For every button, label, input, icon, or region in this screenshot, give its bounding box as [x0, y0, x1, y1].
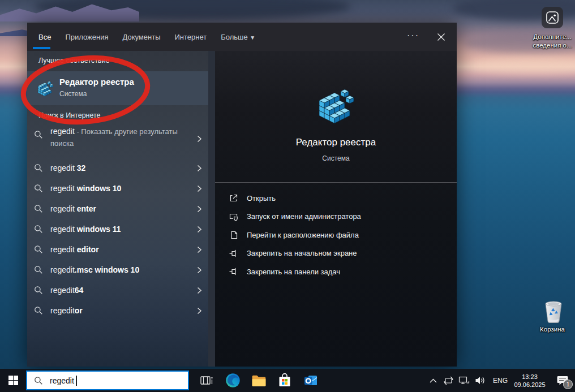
chevron-right-icon	[197, 287, 202, 294]
tab-documents[interactable]: Документы	[122, 33, 160, 41]
search-icon	[34, 376, 43, 385]
text-caret	[76, 376, 77, 386]
action-pin-to-start[interactable]: Закрепить на начальном экране	[229, 244, 444, 263]
tab-all[interactable]: Все	[38, 33, 51, 41]
picture-icon	[545, 10, 560, 25]
action-run-as-admin[interactable]: Запуск от имени администратора	[229, 208, 444, 226]
action-open[interactable]: Открыть	[229, 189, 444, 208]
active-tab-underline	[33, 47, 50, 49]
more-options-button[interactable]: ···	[405, 31, 422, 43]
search-icon	[34, 265, 43, 274]
chevron-right-icon	[197, 246, 202, 253]
file-explorer-icon	[251, 373, 267, 387]
taskbar: ENG 13:23 09.06.2025 1	[0, 369, 575, 392]
windows-logo-icon	[8, 376, 18, 385]
chevron-up-icon	[430, 378, 437, 383]
cast-icon	[443, 376, 454, 386]
chevron-right-icon	[197, 185, 202, 192]
taskbar-search-input[interactable]	[49, 376, 164, 386]
store-icon	[277, 373, 292, 388]
chevron-right-icon	[197, 307, 202, 315]
chevron-right-icon	[197, 135, 202, 143]
network-icon	[458, 376, 470, 385]
search-suggestion[interactable]: regedit.msc windows 10	[27, 260, 210, 280]
task-view-button[interactable]	[194, 369, 220, 392]
edge-icon	[225, 373, 241, 388]
desktop-shortcut-info[interactable]	[542, 7, 563, 28]
search-suggestion[interactable]: regedit 32	[27, 158, 210, 178]
notification-badge: 1	[563, 380, 573, 389]
chevron-right-icon	[197, 205, 202, 213]
search-icon	[34, 204, 43, 213]
search-suggestion[interactable]: regedit - Показать другие результаты пои…	[27, 126, 210, 158]
taskbar-app-outlook[interactable]	[298, 369, 324, 392]
chevron-right-icon	[197, 226, 202, 233]
system-tray: ENG 13:23 09.06.2025 1	[426, 369, 575, 392]
web-search-header: Поиск в Интернете	[38, 111, 101, 119]
search-suggestion[interactable]: regedit windows 11	[27, 219, 210, 239]
best-match-subtitle: Система	[59, 90, 87, 98]
best-match-item[interactable]: Редактор реестра Система	[27, 71, 210, 105]
close-button[interactable]	[433, 29, 449, 44]
tab-apps[interactable]: Приложения	[65, 33, 108, 41]
language-indicator[interactable]: ENG	[489, 369, 512, 392]
search-icon	[34, 163, 43, 173]
action-pin-to-taskbar[interactable]: Закрепить на панели задач	[229, 262, 444, 281]
column-divider	[208, 51, 215, 367]
search-suggestions-list: regedit - Показать другие результаты пои…	[27, 126, 210, 321]
search-suggestion[interactable]: regedit enter	[27, 199, 210, 219]
search-icon	[34, 130, 43, 139]
pin-taskbar-icon	[229, 266, 239, 277]
search-icon	[34, 286, 43, 295]
recycle-bin-label: Корзина	[526, 325, 575, 334]
admin-shield-icon	[229, 212, 239, 222]
start-button[interactable]	[0, 369, 26, 392]
search-icon	[34, 245, 43, 254]
tray-network-button[interactable]	[456, 369, 472, 392]
tray-volume-button[interactable]	[472, 369, 489, 392]
results-column: Лучшее соответствие Редактор реестра Сис…	[27, 51, 210, 367]
search-tabbar: Все Приложения Документы Интернет Больше…	[27, 23, 457, 51]
chevron-down-icon: ▼	[250, 35, 255, 41]
task-view-icon	[200, 374, 213, 387]
taskbar-app-edge[interactable]	[220, 369, 246, 392]
chevron-right-icon	[197, 266, 202, 274]
tray-expand-button[interactable]	[426, 369, 440, 392]
tab-web[interactable]: Интернет	[174, 33, 207, 41]
search-suggestion[interactable]: regedit64	[27, 280, 210, 300]
search-icon	[34, 225, 43, 234]
search-suggestion[interactable]: regeditor	[27, 300, 210, 321]
recycle-bin-icon	[541, 299, 566, 325]
preview-pane: Редактор реестра Система Открыть Зап	[215, 51, 457, 367]
search-icon	[34, 306, 43, 315]
action-open-file-location[interactable]: Перейти к расположению файла	[229, 226, 444, 244]
taskbar-search-box[interactable]	[26, 371, 189, 390]
preview-subtitle: Система	[215, 154, 457, 162]
screen: Дополните... сведения о... Корзина Все П…	[0, 0, 575, 392]
preview-title: Редактор реестра	[215, 137, 457, 148]
recycle-bin[interactable]	[541, 299, 566, 325]
action-center-button[interactable]: 1	[550, 369, 575, 392]
file-location-icon	[229, 230, 239, 240]
open-icon	[229, 193, 239, 203]
best-match-header: Лучшее соответствие	[38, 57, 109, 64]
clock-time: 13:23	[514, 373, 545, 381]
search-suggestion[interactable]: regedit windows 10	[27, 178, 210, 199]
search-suggestion[interactable]: regedit editor	[27, 239, 210, 260]
tab-more[interactable]: Больше ▼	[221, 33, 255, 41]
tray-cast-button[interactable]	[440, 369, 456, 392]
taskbar-app-file-explorer[interactable]	[246, 369, 272, 392]
pin-start-icon	[229, 248, 239, 259]
taskbar-app-store[interactable]	[272, 369, 298, 392]
regedit-icon	[317, 87, 354, 123]
search-flyout: Все Приложения Документы Интернет Больше…	[27, 23, 457, 367]
close-icon	[437, 33, 445, 41]
taskbar-clock[interactable]: 13:23 09.06.2025	[512, 369, 548, 392]
desktop-shortcut-info-label: Дополните... сведения о...	[520, 33, 575, 50]
outlook-icon	[303, 373, 319, 388]
clock-date: 09.06.2025	[514, 381, 545, 389]
search-icon	[34, 184, 43, 193]
regedit-icon	[37, 80, 53, 96]
best-match-title: Редактор реестра	[59, 77, 134, 87]
chevron-right-icon	[197, 165, 202, 172]
